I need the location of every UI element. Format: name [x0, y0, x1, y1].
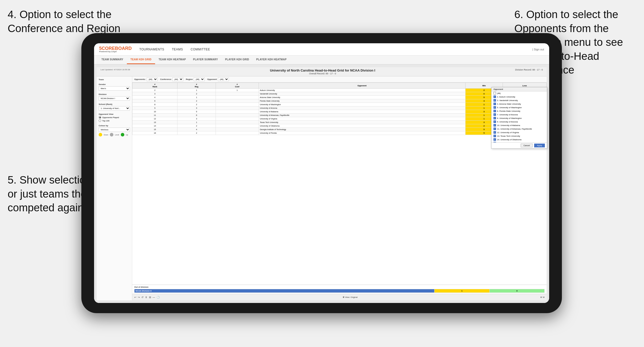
cell-conf	[216, 117, 259, 121]
dropdown-item[interactable]: 12. University of Virginia	[491, 131, 547, 134]
tab-player-summary[interactable]: PLAYER SUMMARY	[189, 55, 221, 64]
dropdown-item-label: 12. University of Virginia	[497, 131, 519, 134]
filter-region-select[interactable]: (All)	[194, 77, 205, 81]
dropdown-item-label: 14. University of Oklahoma	[497, 138, 521, 141]
cell-opponent: Auburn University	[259, 89, 465, 92]
cell-rank: 2	[132, 89, 177, 92]
tab-team-h2h-heatmap[interactable]: TEAM H2H HEATMAP	[155, 55, 189, 64]
cell-opponent: University of Florida	[259, 131, 465, 135]
school-select[interactable]: 1. University of Nort...	[99, 106, 130, 110]
dropdown-item-label: 13. Texas Tech University	[497, 135, 520, 137]
dropdown-item[interactable]: 8. University of Washington	[491, 116, 547, 120]
dropdown-item[interactable]: 2. Auburn University	[491, 95, 547, 99]
division-select[interactable]: NCAA Division I	[99, 96, 130, 101]
nav-signout[interactable]: | Sign out	[532, 48, 544, 51]
cell-opponent: University of Arizona	[259, 106, 465, 110]
table-row: 8 2 University of Washington 1 0	[132, 103, 547, 106]
main-content: Last Updated: 4/7/2024 16:55:38 Universi…	[94, 65, 549, 303]
cell-opponent: Florida State University	[259, 99, 465, 103]
dash-btn[interactable]: —	[153, 296, 155, 299]
cancel-button[interactable]: Cancel	[521, 144, 533, 147]
dropdown-checkbox	[493, 120, 496, 123]
radio-dot-top100	[99, 119, 101, 122]
table-row: 9 3 University of Arizona 1 0	[132, 106, 547, 110]
apply-button[interactable]: Apply	[534, 144, 545, 147]
radio-top100[interactable]: Top 100	[99, 119, 130, 122]
tab-player-h2h-heatmap[interactable]: PLAYER H2H HEATMAP	[253, 55, 290, 64]
out-win: 1	[435, 289, 489, 293]
pause-btn[interactable]: ⏸	[145, 296, 147, 299]
gender-select[interactable]: Men's	[99, 86, 130, 91]
dropdown-item[interactable]: 3. Vanderbilt University	[491, 99, 547, 102]
tab-team-h2h-grid[interactable]: TEAM H2H GRID	[127, 55, 155, 64]
dropdown-item[interactable]: 5. University of Washington	[491, 106, 547, 109]
col-rank: #Rank	[132, 83, 177, 89]
out-division-name: NCAA Division II	[134, 289, 435, 293]
dropdown-item[interactable]: 10. University of Alabama	[491, 123, 547, 127]
team-label: Team	[99, 78, 130, 81]
dropdown-checkbox	[493, 113, 496, 116]
cell-conf	[216, 114, 259, 117]
dropdown-item[interactable]: 6. Florida State University	[491, 109, 547, 113]
tab-player-h2h-grid[interactable]: PLAYER H2H GRID	[221, 55, 253, 64]
undo-btn[interactable]: ↩	[134, 296, 136, 299]
radio-opponents-played[interactable]: Opponents Played	[99, 116, 130, 119]
dropdown-item[interactable]: 14. University of Oklahoma	[491, 138, 547, 141]
dropdown-item[interactable]: (All)	[491, 91, 547, 95]
dropdown-checkbox	[493, 103, 496, 105]
dropdown-list[interactable]: (All)2. Auburn University3. Vanderbilt U…	[491, 91, 547, 142]
cell-conf	[216, 92, 259, 96]
dropdown-item[interactable]: 7. University of Arizona	[491, 113, 547, 116]
crop-btn[interactable]: ⊞	[149, 296, 151, 299]
nav-committee[interactable]: COMMITTEE	[191, 48, 210, 51]
filter-conference-select[interactable]: (All)	[172, 77, 183, 81]
tab-team-summary[interactable]: TEAM SUMMARY	[98, 55, 127, 64]
opponent-dropdown[interactable]: Opponent (All)2. Auburn University3. Van…	[491, 87, 547, 149]
division-section: Division NCAA Division I	[99, 93, 130, 101]
dropdown-item[interactable]: 11. University of Arkansas, Fayetteville	[491, 127, 547, 131]
refresh-btn[interactable]: ↺	[141, 296, 143, 299]
filter-row: Opponents: (All) Conference (All)	[132, 76, 547, 82]
cell-conf	[216, 131, 259, 135]
table-row: 14 2 University of Oklahoma 2 2	[132, 124, 547, 128]
dashboard-header: Last Updated: 4/7/2024 16:55:38 Universi…	[97, 67, 547, 76]
dropdown-item-label: 15. Georgia Institute of Technology	[497, 142, 529, 143]
col-opponent: Opponent	[259, 83, 465, 89]
nav-tournaments[interactable]: TOURNAMENTS	[139, 48, 164, 51]
dropdown-item[interactable]: 4. Arizona State University	[491, 102, 547, 106]
cell-reg: 2	[177, 124, 216, 128]
dropdown-item[interactable]: 13. Texas Tech University	[491, 134, 547, 138]
filter-opponents-select[interactable]: (All)	[147, 77, 158, 81]
cell-conf	[216, 110, 259, 114]
table-row: 10 5 University of Alabama 3 0	[132, 110, 547, 114]
colour-by-select[interactable]: Win/loss	[99, 128, 130, 132]
annotation-1: 4. Option to select the Conference and R…	[8, 8, 140, 35]
dropdown-item[interactable]: 9. University of Arizona	[491, 120, 547, 123]
tablet-frame: 5COREBOARD Powered by Lloyd TOURNAMENTS …	[81, 33, 562, 313]
filter-opponent: Opponent (All)	[207, 77, 229, 81]
cell-rank: 6	[132, 99, 177, 103]
dropdown-checkbox	[493, 142, 496, 142]
nav-teams[interactable]: TEAMS	[172, 48, 183, 51]
dropdown-checkbox	[493, 135, 496, 137]
redo-btn[interactable]: ↪	[138, 296, 140, 299]
opponent-view-section: Opponent View Opponents Played Top 100	[99, 113, 130, 122]
left-panel: Team Gender Men's Division NCAA Division…	[97, 76, 132, 300]
cell-rank: 11	[132, 114, 177, 117]
cell-opponent: Vanderbilt University	[259, 92, 465, 96]
cell-rank: 15	[132, 128, 177, 131]
cell-reg: 4	[177, 128, 216, 131]
cell-rank: 8	[132, 103, 177, 106]
cell-reg: 3	[177, 106, 216, 110]
cell-reg: 1	[177, 89, 216, 92]
filter-opponent-select[interactable]: (All)	[218, 77, 229, 81]
cell-reg: 2	[177, 99, 216, 103]
cell-opponent: University of Virginia	[259, 117, 465, 121]
dropdown-checkbox	[493, 95, 496, 98]
clock-btn[interactable]: 🕐	[157, 296, 160, 299]
cell-opponent: University of Arkansas, Fayetteville	[259, 114, 465, 117]
table-row: 3 2 Vanderbilt University 0 4	[132, 92, 547, 96]
dropdown-item-label: 6. Florida State University	[497, 110, 520, 112]
radio-label-top100: Top 100	[102, 120, 109, 122]
cell-conf	[216, 124, 259, 128]
